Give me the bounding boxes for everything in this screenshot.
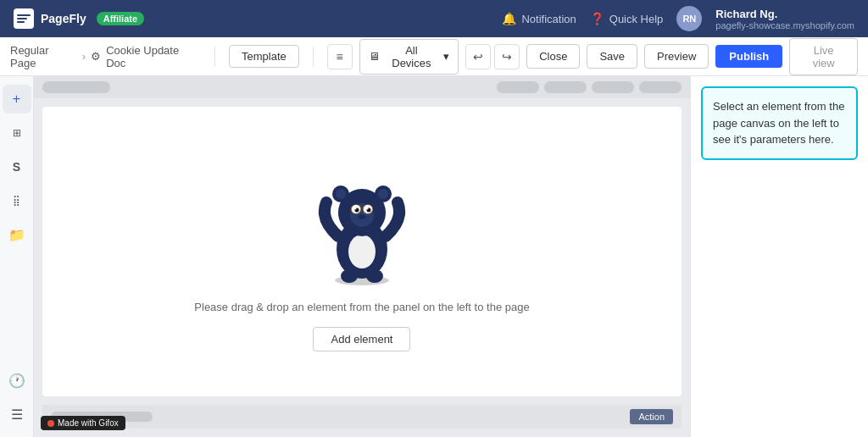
notification-btn[interactable]: 🔔 Notification: [502, 12, 576, 25]
undo-button[interactable]: ↩: [465, 44, 491, 69]
monitor-icon: 🖥: [369, 50, 380, 63]
affiliate-badge: Affiliate: [97, 12, 144, 25]
canvas-pill-2: [497, 81, 539, 93]
chevron-down-icon: ▾: [443, 50, 449, 63]
shopify-icon: S: [13, 160, 20, 174]
close-button[interactable]: Close: [526, 44, 580, 69]
add-element-button[interactable]: Add element: [313, 327, 410, 351]
sidebar-bottom: 🕐 ☰: [3, 366, 31, 429]
question-icon: ❓: [590, 12, 604, 25]
sidebar-item-apps[interactable]: ⣿: [3, 186, 31, 215]
breadcrumb-page[interactable]: Regular Page: [10, 44, 77, 69]
footer-action-button[interactable]: Action: [630, 409, 673, 424]
folder-icon: 📁: [8, 227, 25, 243]
svg-point-26: [366, 208, 368, 210]
breadcrumb-separator: ›: [82, 50, 86, 63]
canvas-pill-5: [639, 81, 682, 93]
svg-point-8: [378, 189, 388, 199]
svg-point-14: [358, 214, 366, 219]
sidebar-item-folder[interactable]: 📁: [3, 220, 31, 249]
user-info: Richard Ng. pagefly-showcase.myshopify.c…: [715, 8, 854, 30]
redo-button[interactable]: ↪: [494, 44, 520, 69]
list-icon: ☰: [11, 407, 23, 423]
main-area: + ⊞ S ⣿ 📁 🕐 ☰: [0, 76, 868, 437]
quick-help-btn[interactable]: ❓ Quick Help: [590, 12, 664, 25]
preview-button[interactable]: Preview: [644, 44, 709, 69]
logo-text: PageFly: [41, 12, 86, 25]
logo[interactable]: PageFly: [14, 8, 86, 29]
grid-icon: ⊞: [13, 127, 21, 139]
canvas-header: [34, 76, 690, 98]
info-text: Select an element from the page canvas o…: [713, 98, 846, 148]
canvas-pill-4: [592, 81, 634, 93]
template-button[interactable]: Template: [229, 45, 299, 68]
svg-point-3: [348, 235, 376, 268]
toolbar: Regular Page › ⚙ Cookie Update Doc Templ…: [0, 37, 868, 76]
left-sidebar: + ⊞ S ⣿ 📁 🕐 ☰: [0, 76, 34, 437]
align-icon-btn[interactable]: ≡: [327, 44, 353, 69]
canvas-content: Please drag & drop an element from the p…: [42, 107, 682, 396]
svg-point-6: [336, 189, 346, 199]
sidebar-item-history[interactable]: 🕐: [3, 366, 31, 395]
toolbar-separator-1: [214, 47, 215, 67]
apps-icon: ⣿: [13, 195, 20, 207]
align-icon: ≡: [337, 50, 343, 64]
svg-point-18: [366, 269, 383, 283]
info-box: Select an element from the page canvas o…: [701, 86, 858, 160]
sidebar-item-add[interactable]: +: [3, 85, 31, 113]
canvas-right-pills: [497, 81, 682, 93]
canvas-pill-1: [42, 81, 110, 93]
breadcrumb: Regular Page › ⚙ Cookie Update Doc: [10, 44, 201, 69]
avatar[interactable]: RN: [676, 6, 702, 31]
all-devices-button[interactable]: 🖥 All Devices ▾: [359, 39, 459, 75]
save-button[interactable]: Save: [587, 44, 637, 69]
top-navigation: PageFly Affiliate 🔔 Notification ❓ Quick…: [0, 0, 868, 37]
bear-illustration: [311, 152, 413, 287]
canvas-footer: Action: [42, 405, 682, 429]
undo-icon: ↩: [473, 50, 483, 64]
svg-point-17: [341, 269, 358, 283]
bell-icon: 🔔: [502, 12, 516, 25]
svg-point-25: [354, 208, 356, 210]
breadcrumb-doc[interactable]: Cookie Update Doc: [106, 44, 201, 69]
canvas-pill-3: [544, 81, 587, 93]
gear-icon: ⚙: [91, 50, 101, 63]
sidebar-item-shopify[interactable]: S: [3, 152, 31, 181]
redo-icon: ↪: [502, 50, 512, 64]
undo-redo-group: ↩ ↪: [465, 44, 520, 69]
publish-button[interactable]: Publish: [715, 45, 782, 68]
sidebar-item-grid[interactable]: ⊞: [3, 119, 31, 147]
right-panel: Select an element from the page canvas o…: [690, 76, 868, 437]
sidebar-item-list[interactable]: ☰: [3, 400, 31, 429]
canvas-area: Please drag & drop an element from the p…: [34, 76, 690, 437]
drop-text: Please drag & drop an element from the p…: [194, 301, 529, 313]
gifox-dot: [47, 420, 54, 427]
empty-state: Please drag & drop an element from the p…: [194, 152, 529, 351]
toolbar-right: Close Save Preview Publish Live view: [526, 38, 858, 75]
toolbar-separator-2: [313, 47, 314, 67]
plus-icon: +: [13, 91, 20, 107]
nav-right: 🔔 Notification ❓ Quick Help RN Richard N…: [502, 6, 854, 31]
gifox-badge: Made with Gifox: [41, 416, 125, 430]
history-icon: 🕐: [8, 373, 25, 389]
live-preview-button[interactable]: Live view: [789, 38, 858, 75]
